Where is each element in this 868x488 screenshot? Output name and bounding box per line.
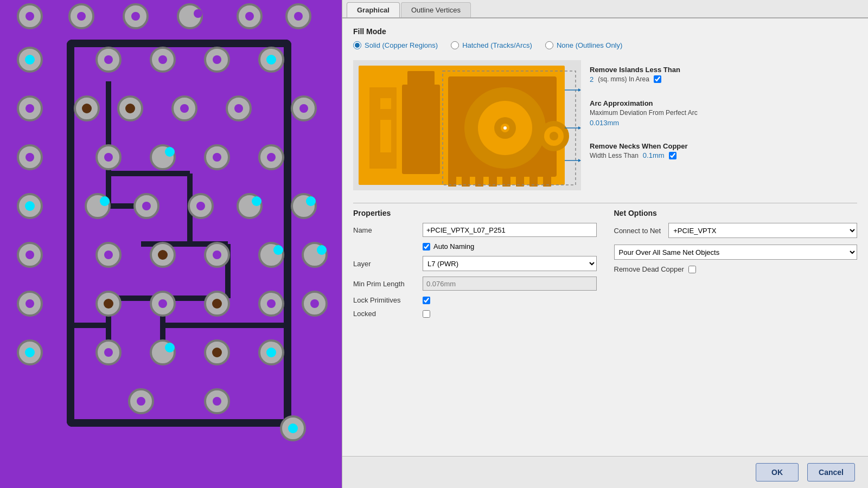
svg-point-24 <box>194 9 202 18</box>
remove-necks-checkbox[interactable] <box>669 152 676 159</box>
auto-naming-checkbox[interactable] <box>423 243 430 251</box>
svg-rect-129 <box>448 171 456 187</box>
min-prim-length-input <box>423 277 597 291</box>
cancel-button[interactable]: Cancel <box>807 463 855 481</box>
svg-rect-130 <box>462 171 470 187</box>
tab-graphical[interactable]: Graphical <box>347 2 400 17</box>
remove-islands-title: Remove Islands Less Than <box>590 66 857 74</box>
fill-mode-solid[interactable]: Solid (Copper Regions) <box>353 41 438 49</box>
locked-checkbox[interactable] <box>423 310 430 318</box>
arc-approximation-value: 0.013mm <box>590 119 619 127</box>
fill-mode-solid-label: Solid (Copper Regions) <box>365 41 438 49</box>
svg-point-125 <box>503 126 507 130</box>
svg-point-54 <box>104 153 113 162</box>
remove-islands-value: 2 <box>590 75 593 84</box>
name-label: Name <box>353 226 418 234</box>
remove-islands-suffix: (sq. mms) In Area <box>598 75 649 84</box>
svg-point-100 <box>104 348 113 357</box>
svg-point-48 <box>234 104 243 113</box>
svg-point-92 <box>212 299 222 309</box>
layer-row: Layer L7 (PWR) L1 (F.Cu) L2 L8 (B.Cu) <box>353 256 597 271</box>
pcb-canvas <box>0 0 342 488</box>
fill-mode-none-radio[interactable] <box>545 41 553 49</box>
tab-outline-vertices[interactable]: Outline Vertices <box>401 2 471 17</box>
bottom-buttons: OK Cancel <box>342 456 868 488</box>
diagram-illustration <box>353 60 581 192</box>
svg-point-84 <box>317 245 327 255</box>
svg-rect-119 <box>407 71 435 87</box>
arc-approximation-title: Arc Approximation <box>590 99 857 107</box>
fill-mode-solid-radio[interactable] <box>353 41 361 49</box>
svg-point-52 <box>25 153 34 162</box>
fill-mode-hatched-label: Hatched (Tracks/Arcs) <box>462 41 532 49</box>
arc-approximation-value-row: 0.013mm <box>590 119 857 127</box>
svg-point-68 <box>196 202 205 210</box>
diagram-area: Remove Islands Less Than 2 (sq. mms) In … <box>353 60 857 192</box>
svg-point-44 <box>125 104 135 113</box>
net-options-section: Net Options Connect to Net +PCIE_VPTX GN… <box>614 209 858 323</box>
svg-point-56 <box>165 147 175 157</box>
svg-point-96 <box>310 299 319 308</box>
svg-rect-131 <box>475 171 483 187</box>
arc-approximation-desc: Maximum Deviation From Perfect Arc <box>590 108 698 118</box>
auto-naming-label: Auto Naming <box>433 242 474 251</box>
svg-point-40 <box>25 104 34 113</box>
properties-title: Properties <box>353 209 597 217</box>
svg-point-128 <box>550 132 558 140</box>
remove-dead-copper-checkbox[interactable] <box>688 266 696 273</box>
lock-primitives-checkbox[interactable] <box>423 297 430 304</box>
svg-point-102 <box>165 343 175 352</box>
svg-point-64 <box>100 196 110 206</box>
svg-point-76 <box>104 251 113 259</box>
svg-rect-116 <box>380 98 391 109</box>
svg-rect-118 <box>402 85 440 174</box>
svg-point-98 <box>25 348 35 357</box>
net-options-title: Net Options <box>614 209 858 217</box>
fill-mode-none[interactable]: None (Outlines Only) <box>545 41 622 49</box>
svg-point-28 <box>294 12 303 21</box>
fill-mode-none-label: None (Outlines Only) <box>557 41 622 49</box>
name-row: Name <box>353 223 597 237</box>
right-panel: Graphical Outline Vertices Fill Mode Sol… <box>342 0 868 488</box>
svg-point-78 <box>158 250 168 260</box>
layer-select[interactable]: L7 (PWR) L1 (F.Cu) L2 L8 (B.Cu) <box>423 256 597 271</box>
layer-label: Layer <box>353 260 418 268</box>
svg-point-106 <box>266 348 276 357</box>
fill-mode-hatched-radio[interactable] <box>451 41 459 49</box>
name-input[interactable] <box>423 223 597 237</box>
content-area: Fill Mode Solid (Copper Regions) Hatched… <box>342 18 868 456</box>
svg-point-94 <box>267 299 276 308</box>
svg-rect-135 <box>529 171 538 187</box>
pour-over-select[interactable]: Pour Over All Same Net Objects Do Not Po… <box>614 245 858 260</box>
svg-point-112 <box>288 423 298 433</box>
svg-point-90 <box>158 299 167 308</box>
fill-mode-title: Fill Mode <box>353 27 857 36</box>
connect-to-net-select[interactable]: +PCIE_VPTX GND VCC +3V3 <box>668 223 857 238</box>
svg-point-58 <box>213 153 221 162</box>
section-divider <box>353 203 857 203</box>
svg-point-34 <box>158 55 167 64</box>
lock-primitives-label: Lock Primitives <box>353 296 418 304</box>
svg-point-108 <box>137 397 145 406</box>
ok-button[interactable]: OK <box>756 463 799 481</box>
min-prim-length-label: Min Prim Length <box>353 280 418 288</box>
svg-point-50 <box>299 104 308 113</box>
fill-mode-hatched[interactable]: Hatched (Tracks/Arcs) <box>451 41 532 49</box>
svg-point-88 <box>104 299 113 309</box>
svg-point-74 <box>25 251 34 259</box>
svg-point-46 <box>180 104 189 113</box>
svg-rect-136 <box>543 171 551 187</box>
svg-point-32 <box>104 55 113 64</box>
remove-islands-row: 2 (sq. mms) In Area <box>590 75 857 84</box>
svg-point-86 <box>25 299 34 308</box>
connect-to-net-label: Connect to Net <box>614 227 661 235</box>
svg-rect-133 <box>502 171 510 187</box>
arc-approximation-row: Maximum Deviation From Perfect Arc <box>590 108 857 118</box>
svg-point-22 <box>131 12 140 21</box>
svg-point-38 <box>266 55 276 65</box>
connect-to-net-row: Connect to Net +PCIE_VPTX GND VCC +3V3 <box>614 223 858 238</box>
svg-point-66 <box>142 202 151 210</box>
locked-row: Locked <box>353 310 597 318</box>
annotation-remove-islands: Remove Islands Less Than 2 (sq. mms) In … <box>590 66 857 84</box>
remove-islands-checkbox[interactable] <box>654 75 661 83</box>
